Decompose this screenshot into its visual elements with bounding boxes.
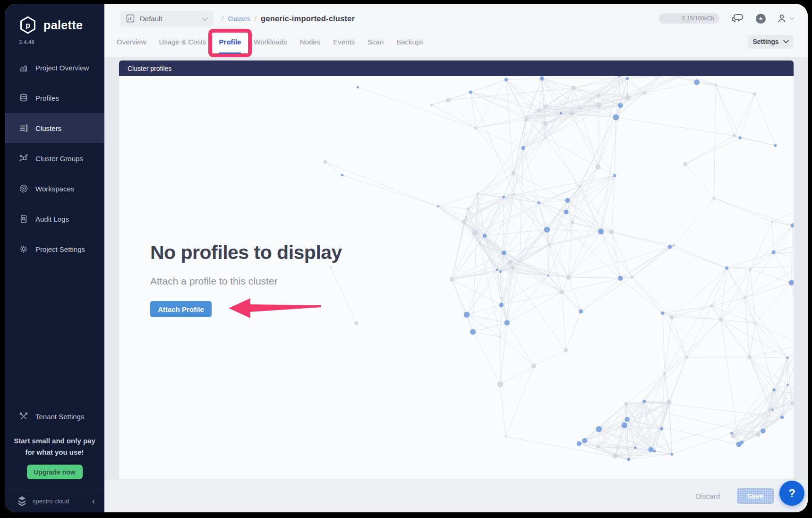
tab-scan[interactable]: Scan — [368, 38, 384, 46]
user-menu[interactable] — [777, 14, 795, 23]
tab-backups[interactable]: Backups — [396, 38, 424, 46]
sidebar-footer: spectro cloud ‹ — [5, 490, 104, 512]
annotation-arrow-icon — [228, 297, 322, 319]
chevron-down-icon — [202, 15, 208, 23]
cluster-profiles-panel: Cluster profiles No profiles to display … — [119, 60, 794, 479]
breadcrumb-clusters-link[interactable]: Clusters — [228, 15, 250, 22]
app-version: 3.4.48 — [5, 39, 104, 45]
orbit-rings-icon — [19, 184, 28, 193]
sidebar-nav: Project Overview Profiles Clusters — [5, 52, 104, 264]
breadcrumb: / Clusters / generic-imported-cluster — [222, 14, 355, 23]
tab-events[interactable]: Events — [333, 38, 355, 46]
topbar-icons: ★ — [732, 13, 795, 24]
usage-quota-badge: 0.15/100kCh — [659, 13, 719, 24]
footer-bar: Discard Save — [104, 479, 808, 512]
svg-text:p: p — [26, 21, 30, 30]
chevron-down-icon — [789, 17, 795, 20]
topbar: Default / Clusters / generic-imported-cl… — [104, 4, 808, 57]
tab-nodes[interactable]: Nodes — [300, 38, 320, 46]
layers-icon — [19, 93, 28, 103]
breadcrumb-current-cluster: generic-imported-cluster — [261, 14, 355, 23]
sidebar-item-cluster-groups[interactable]: Cluster Groups — [5, 143, 104, 173]
gear-icon — [19, 244, 28, 254]
brand-name: palette — [43, 18, 83, 32]
empty-state-subtitle: Attach a profile to this cluster — [150, 276, 342, 287]
node-graph-icon — [19, 154, 28, 163]
spectro-cloud-label: spectro cloud — [33, 498, 69, 505]
upgrade-now-button[interactable]: Upgrade now — [27, 465, 83, 479]
main-area: Default / Clusters / generic-imported-cl… — [104, 4, 808, 512]
attach-profile-button[interactable]: Attach Profile — [150, 301, 212, 317]
tab-profile[interactable]: Profile — [219, 38, 241, 46]
sidebar-bottom: Tenant Settings Start small and only pay… — [5, 412, 104, 512]
cluster-list-icon — [19, 123, 28, 133]
project-selector[interactable]: Default — [120, 11, 214, 26]
content-area: Cluster profiles No profiles to display … — [104, 57, 808, 479]
project-icon — [126, 14, 135, 23]
app-window: p palette 3.4.48 Project Overview Profil… — [5, 4, 808, 512]
empty-state-title: No profiles to display — [150, 242, 342, 264]
audit-doc-icon — [19, 214, 28, 224]
active-tab-underline — [219, 52, 241, 54]
sidebar-item-clusters[interactable]: Clusters — [5, 113, 104, 143]
discard-button[interactable]: Discard — [696, 492, 720, 500]
sidebar: p palette 3.4.48 Project Overview Profil… — [5, 4, 104, 512]
sidebar-item-project-settings[interactable]: Project Settings — [5, 234, 104, 264]
sidebar-item-tenant-settings[interactable]: Tenant Settings — [5, 412, 104, 421]
collapse-sidebar-icon[interactable]: ‹ — [92, 496, 95, 506]
tools-icon — [19, 412, 28, 421]
project-selector-value: Default — [140, 15, 162, 23]
panel-header: Cluster profiles — [119, 60, 794, 76]
sidebar-item-profiles[interactable]: Profiles — [5, 83, 104, 113]
brand-logo-row: p palette — [5, 4, 104, 35]
sidebar-item-project-overview[interactable]: Project Overview — [5, 52, 104, 83]
bar-chart-icon — [19, 63, 28, 72]
chat-icon[interactable] — [732, 13, 744, 24]
tab-workloads[interactable]: Workloads — [254, 38, 287, 46]
whats-new-star-icon[interactable]: ★ — [756, 14, 766, 24]
user-icon — [777, 14, 786, 23]
upgrade-promo-text: Start small and only pay for what you us… — [5, 435, 104, 458]
palette-logo-icon: p — [18, 15, 38, 35]
settings-button[interactable]: Settings — [748, 35, 794, 49]
panel-body: No profiles to display Attach a profile … — [119, 76, 794, 479]
topbar-row-primary: Default / Clusters / generic-imported-cl… — [104, 4, 808, 26]
chevron-down-icon — [783, 40, 789, 43]
cluster-tabs: Overview Usage & Costs Profile Workloads… — [104, 32, 808, 51]
sidebar-item-audit-logs[interactable]: Audit Logs — [5, 204, 104, 234]
help-button[interactable]: ? — [779, 481, 804, 506]
tab-usage-costs[interactable]: Usage & Costs — [159, 38, 206, 46]
tab-overview[interactable]: Overview — [117, 38, 146, 46]
spectro-cloud-logo-icon — [16, 495, 28, 507]
save-button[interactable]: Save — [737, 488, 774, 504]
sidebar-item-workspaces[interactable]: Workspaces — [5, 173, 104, 204]
